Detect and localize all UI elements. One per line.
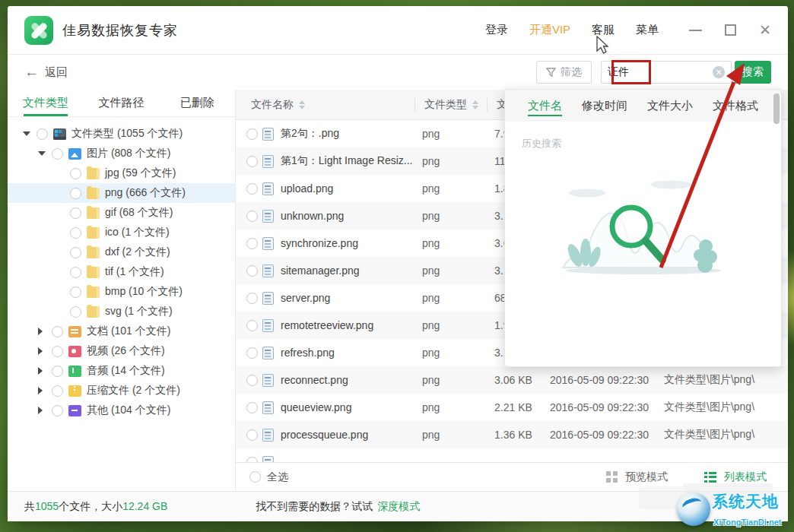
- tree-item-tif[interactable]: tif (1 个文件): [8, 262, 235, 282]
- tree-item-root[interactable]: 文件类型 (1055 个文件): [8, 124, 235, 144]
- tree-item-bmp[interactable]: bmp (10 个文件): [8, 282, 235, 302]
- tree-radio[interactable]: [52, 385, 63, 397]
- row-radio[interactable]: [246, 183, 258, 195]
- menu-button[interactable]: 菜单: [636, 23, 659, 37]
- tree-radio[interactable]: [52, 405, 63, 416]
- sort-icon[interactable]: [299, 100, 305, 109]
- audio-category-icon: [68, 366, 81, 377]
- tree-item-ico[interactable]: ico (1 个文件): [8, 223, 235, 242]
- search-button[interactable]: 搜索: [735, 61, 771, 84]
- tree-radio[interactable]: [70, 207, 81, 219]
- tab-file-name[interactable]: 文件名: [528, 90, 562, 122]
- header-file-name[interactable]: 文件名称: [236, 98, 414, 112]
- file-icon: [262, 374, 274, 387]
- tree-item-docs[interactable]: 文档 (101 个文件): [8, 321, 235, 341]
- tree-radio[interactable]: [70, 287, 81, 298]
- tab-file-format[interactable]: 文件格式: [713, 90, 758, 122]
- table-row[interactable]: processqueue.pngpng1.36 KB2016-05-09 09:…: [236, 421, 788, 448]
- sort-icon[interactable]: [472, 100, 478, 109]
- tree-item-audio[interactable]: 音频 (14 个文件): [8, 361, 235, 381]
- table-row[interactable]: queueview.pngpng2.21 KB2016-05-09 09:22:…: [236, 394, 788, 421]
- tree-item-svg[interactable]: svg (1 个文件): [8, 302, 235, 321]
- close-icon[interactable]: ✕: [759, 23, 771, 37]
- tree-label: ico (1 个文件): [105, 226, 170, 239]
- row-radio[interactable]: [246, 238, 258, 249]
- row-radio[interactable]: [246, 457, 258, 463]
- tree-radio[interactable]: [52, 346, 63, 357]
- maximize-icon[interactable]: [725, 24, 736, 36]
- filter-button[interactable]: 筛选: [536, 61, 592, 84]
- tree-radio[interactable]: [70, 227, 81, 239]
- tree-radio[interactable]: [70, 306, 81, 318]
- file-size: 3.06 KB: [485, 374, 550, 386]
- tab-file-path[interactable]: 文件路径: [84, 90, 160, 116]
- header-file-type[interactable]: 文件类型: [414, 98, 487, 112]
- row-radio[interactable]: [246, 429, 258, 441]
- annotation-highlight-box: [611, 60, 651, 84]
- tree-item-jpg[interactable]: jpg (59 个文件): [8, 163, 235, 183]
- row-radio[interactable]: [246, 347, 258, 359]
- vip-button[interactable]: 开通VIP: [529, 23, 570, 37]
- tab-deleted[interactable]: 已删除: [159, 90, 235, 116]
- row-radio[interactable]: [246, 156, 258, 167]
- tree-item-images[interactable]: 图片 (808 个文件): [8, 144, 235, 163]
- tree-radio[interactable]: [70, 247, 81, 258]
- expand-icon[interactable]: [38, 328, 49, 335]
- row-radio[interactable]: [246, 320, 258, 331]
- tree-item-dxf[interactable]: dxf (2 个文件): [8, 242, 235, 262]
- login-button[interactable]: 登录: [485, 23, 508, 37]
- file-name: queueview.png: [281, 401, 413, 413]
- tree-item-png[interactable]: png (666 个文件): [8, 183, 235, 203]
- table-row[interactable]: reconnect.pngpng3.06 KB2016-05-09 09:22:…: [236, 366, 788, 394]
- tree-item-video[interactable]: 视频 (26 个文件): [8, 341, 235, 361]
- tree-radio[interactable]: [70, 168, 81, 179]
- file-name: processqueue.png: [281, 429, 413, 441]
- deep-mode-link[interactable]: 深度模式: [377, 500, 420, 514]
- tree-item-gif[interactable]: gif (68 个文件): [8, 203, 235, 223]
- row-radio[interactable]: [246, 402, 258, 413]
- file-icon: [262, 128, 274, 141]
- file-type: png: [413, 401, 485, 413]
- tree-item-archive[interactable]: 压缩文件 (2 个文件): [8, 381, 235, 401]
- total-count: 1055: [35, 500, 59, 512]
- tab-modified-time[interactable]: 修改时间: [582, 90, 627, 122]
- expand-icon[interactable]: [38, 347, 49, 355]
- tree-radio[interactable]: [52, 366, 63, 377]
- tree-radio[interactable]: [52, 326, 63, 337]
- status-bar: 共1055个文件，大小12.24 GB 找不到需要的数据？试试 深度模式: [8, 491, 788, 521]
- select-all-radio[interactable]: [249, 471, 261, 483]
- row-radio[interactable]: [246, 293, 258, 304]
- collapse-icon[interactable]: [38, 151, 49, 156]
- file-size: 1.36 KB: [485, 429, 550, 441]
- collapse-icon[interactable]: [23, 131, 33, 136]
- clear-search-icon[interactable]: ✕: [713, 66, 725, 78]
- computer-icon: [53, 128, 66, 140]
- tree-radio[interactable]: [52, 148, 63, 160]
- row-radio[interactable]: [246, 265, 258, 277]
- tree-radio[interactable]: [70, 188, 81, 199]
- expand-icon[interactable]: [38, 387, 49, 394]
- tree-radio[interactable]: [70, 267, 81, 278]
- row-radio[interactable]: [246, 211, 258, 222]
- expand-icon[interactable]: [38, 407, 49, 414]
- file-path: 文件类型\图片\png\: [664, 373, 788, 387]
- customer-service-button[interactable]: 客服: [592, 23, 615, 37]
- file-type: png: [413, 182, 485, 195]
- row-radio[interactable]: [246, 375, 258, 386]
- file-icon: [262, 155, 274, 168]
- tab-file-type[interactable]: 文件类型: [8, 90, 84, 116]
- panel-scrollbar-thumb[interactable]: [773, 93, 780, 124]
- preview-mode-button[interactable]: 预览模式: [625, 470, 668, 484]
- filter-label: 筛选: [561, 65, 582, 79]
- side-panel: 文件类型 文件路径 已删除 文件类型 (1055 个文件) 图片 (808 个文…: [8, 90, 236, 491]
- grid-view-icon[interactable]: [606, 471, 618, 483]
- expand-icon[interactable]: [38, 367, 49, 375]
- back-button[interactable]: ← 返回: [24, 64, 68, 81]
- table-row[interactable]: [236, 448, 788, 462]
- minimize-icon[interactable]: [689, 30, 702, 31]
- row-radio[interactable]: [246, 128, 258, 140]
- tree-radio[interactable]: [37, 128, 48, 140]
- tab-file-size[interactable]: 文件大小: [647, 90, 693, 122]
- watermark-url: XiTongTianDi.net: [713, 518, 781, 527]
- tree-item-other[interactable]: 其他 (104 个文件): [8, 401, 235, 420]
